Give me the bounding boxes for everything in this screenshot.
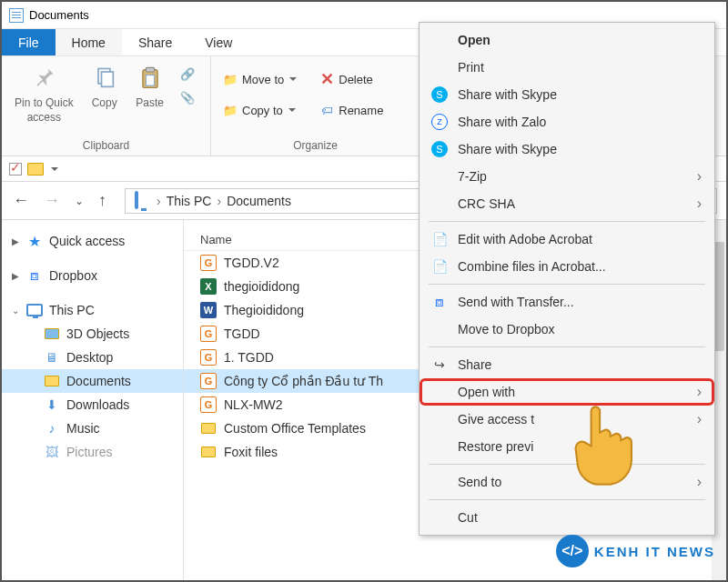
pictures-icon: 🖼 bbox=[44, 445, 60, 459]
cm-restore[interactable]: Restore previ bbox=[420, 433, 714, 460]
separator bbox=[429, 464, 705, 465]
delete-button[interactable]: ✕ Delete bbox=[315, 69, 387, 89]
copy-to-button[interactable]: 📁 Copy to bbox=[218, 100, 300, 120]
separator bbox=[429, 284, 705, 285]
skype-icon: S bbox=[430, 85, 449, 104]
folder-icon bbox=[27, 163, 44, 176]
excel-icon: X bbox=[200, 278, 217, 295]
document-icon bbox=[9, 8, 24, 23]
cm-send-to[interactable]: Send to› bbox=[420, 468, 714, 496]
copy-button[interactable]: Copy bbox=[85, 60, 125, 115]
window-title: Documents bbox=[29, 8, 89, 22]
pin-icon bbox=[29, 64, 58, 93]
sidebar-dropbox[interactable]: ▶ ⧈ Dropbox bbox=[2, 264, 183, 287]
cm-edit-acrobat[interactable]: 📄Edit with Adobe Acrobat bbox=[420, 226, 714, 253]
breadcrumb-folder[interactable]: Documents bbox=[227, 194, 291, 208]
sidebar-quick-access[interactable]: ▶ ★ Quick access bbox=[2, 229, 183, 253]
paste-icon bbox=[136, 64, 165, 93]
dropbox-icon: ⧈ bbox=[430, 293, 449, 311]
ppt-icon: G bbox=[200, 373, 217, 389]
watermark-text: KENH IT NEWS bbox=[594, 544, 715, 559]
copy-icon bbox=[90, 64, 119, 93]
separator bbox=[429, 221, 705, 222]
svg-rect-4 bbox=[146, 75, 154, 86]
word-icon: W bbox=[200, 302, 217, 318]
desktop-icon: 🖥 bbox=[44, 350, 60, 365]
pc-icon bbox=[135, 193, 151, 209]
folder-icon bbox=[44, 326, 60, 341]
ppt-icon: G bbox=[200, 326, 217, 342]
pc-icon bbox=[26, 303, 43, 317]
downloads-icon: ⬇ bbox=[44, 397, 60, 412]
pin-to-quick-access-button[interactable]: Pin to Quick access bbox=[9, 60, 79, 128]
chevron-right-icon: › bbox=[697, 196, 702, 212]
folder-icon bbox=[44, 374, 60, 388]
music-icon: ♪ bbox=[44, 421, 60, 436]
pdf-icon: 📄 bbox=[430, 230, 449, 248]
separator bbox=[429, 346, 705, 347]
rename-icon: 🏷 bbox=[318, 102, 335, 118]
paste-shortcut-button[interactable]: 📎 bbox=[176, 87, 199, 107]
copy-path-button[interactable]: 🔗 bbox=[176, 64, 199, 84]
dropbox-icon: ⧈ bbox=[26, 268, 43, 283]
cm-open[interactable]: Open bbox=[420, 26, 714, 54]
sidebar-documents[interactable]: Documents bbox=[2, 369, 183, 393]
ppt-icon: G bbox=[200, 349, 217, 366]
tab-share[interactable]: Share bbox=[122, 29, 188, 55]
cm-cut[interactable]: Cut bbox=[420, 504, 714, 531]
cm-crc-sha[interactable]: CRC SHA› bbox=[420, 190, 714, 217]
select-all-checkbox[interactable] bbox=[9, 163, 22, 176]
separator bbox=[429, 499, 705, 500]
path-icon: 🔗 bbox=[179, 65, 196, 82]
cm-give-access[interactable]: Give access t› bbox=[420, 406, 714, 433]
svg-rect-3 bbox=[146, 67, 154, 72]
shortcut-icon: 📎 bbox=[179, 89, 196, 105]
tab-file[interactable]: File bbox=[2, 29, 56, 55]
zalo-icon: Z bbox=[430, 113, 449, 131]
cm-7zip[interactable]: 7-Zip› bbox=[420, 163, 714, 190]
star-icon: ★ bbox=[26, 234, 43, 248]
navigation-pane: ▶ ★ Quick access ▶ ⧈ Dropbox ⌄ This PC 3… bbox=[2, 220, 184, 582]
chevron-right-icon[interactable]: ▶ bbox=[11, 236, 20, 246]
recent-dropdown[interactable]: ⌄ bbox=[73, 195, 86, 207]
sidebar-music[interactable]: ♪Music bbox=[2, 416, 183, 440]
cm-move-dropbox[interactable]: Move to Dropbox bbox=[420, 316, 714, 343]
chevron-right-icon: › bbox=[697, 384, 702, 400]
cm-open-with[interactable]: Open with› bbox=[420, 378, 714, 406]
cm-share-zalo[interactable]: ZShare with Zalo bbox=[420, 108, 714, 135]
sidebar-downloads[interactable]: ⬇Downloads bbox=[2, 393, 183, 416]
sidebar-desktop[interactable]: 🖥Desktop bbox=[2, 346, 183, 369]
cm-share[interactable]: ↪Share bbox=[420, 351, 714, 378]
context-menu: Open Print SShare with Skype ZShare with… bbox=[419, 22, 715, 536]
paste-button[interactable]: Paste bbox=[130, 60, 170, 115]
sidebar-3d-objects[interactable]: 3D Objects bbox=[2, 322, 183, 346]
cm-share-skype[interactable]: SShare with Skype bbox=[420, 81, 714, 108]
move-to-button[interactable]: 📁 Move to bbox=[218, 69, 300, 89]
share-icon: ↪ bbox=[430, 356, 449, 374]
tab-home[interactable]: Home bbox=[56, 29, 122, 55]
forward-button[interactable]: → bbox=[42, 191, 62, 210]
cm-send-transfer[interactable]: ⧈Send with Transfer... bbox=[420, 288, 714, 316]
chevron-down-icon[interactable]: ⌄ bbox=[11, 306, 20, 316]
ppt-icon: G bbox=[200, 396, 217, 413]
cm-share-skype2[interactable]: SShare with Skype bbox=[420, 135, 714, 163]
tab-view[interactable]: View bbox=[188, 29, 248, 55]
copy-to-icon: 📁 bbox=[222, 102, 238, 118]
chevron-right-icon: › bbox=[697, 474, 702, 490]
cm-print[interactable]: Print bbox=[420, 54, 714, 81]
move-to-icon: 📁 bbox=[222, 71, 238, 87]
sidebar-this-pc[interactable]: ⌄ This PC bbox=[2, 298, 183, 322]
breadcrumb-root[interactable]: This PC bbox=[167, 194, 212, 208]
watermark-logo-icon: </> bbox=[556, 535, 589, 567]
qat-dropdown[interactable] bbox=[51, 167, 58, 171]
rename-button[interactable]: 🏷 Rename bbox=[315, 100, 387, 120]
cm-combine-acrobat[interactable]: 📄Combine files in Acrobat... bbox=[420, 253, 714, 280]
chevron-right-icon[interactable]: ▶ bbox=[11, 271, 20, 281]
sidebar-pictures[interactable]: 🖼Pictures bbox=[2, 440, 183, 464]
back-button[interactable]: ← bbox=[11, 191, 31, 210]
folder-icon bbox=[200, 444, 217, 460]
delete-icon: ✕ bbox=[318, 71, 335, 87]
up-button[interactable]: ↑ bbox=[96, 191, 108, 210]
svg-rect-1 bbox=[101, 72, 113, 86]
clipboard-group-label: Clipboard bbox=[9, 139, 203, 154]
